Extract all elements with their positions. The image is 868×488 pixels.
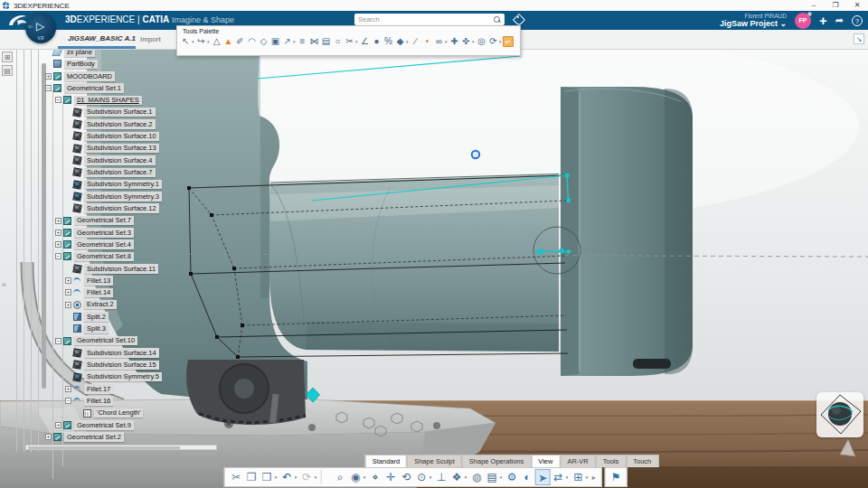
star-modify-icon[interactable]: ✚ xyxy=(448,35,460,48)
tree-item-label[interactable]: Fillet.16 xyxy=(84,396,113,406)
section-box-icon[interactable]: ▤ xyxy=(485,469,500,485)
tree-item-label[interactable]: Subdivision Symmetry.5 xyxy=(84,372,162,382)
tools-palette-title[interactable]: Tools Palette xyxy=(177,26,520,35)
line-icon[interactable]: ∕ xyxy=(410,35,421,48)
tree-item-label[interactable]: Subdivision Surface.1 xyxy=(84,108,156,117)
tree-expander[interactable]: − xyxy=(55,97,61,103)
folder-icon[interactable]: ▤ xyxy=(2,65,13,76)
pan-icon[interactable]: ✛ xyxy=(383,469,399,485)
normal-view-icon[interactable]: ⊥ xyxy=(434,469,449,485)
action-tab-tools[interactable]: Tools xyxy=(596,455,627,467)
dropdown-arrow-icon[interactable]: ▾ xyxy=(315,474,319,480)
restore-viewport-icon[interactable]: ↘ xyxy=(854,33,864,44)
tree-item[interactable]: −Geometrical Set.10 xyxy=(0,335,222,347)
action-tab-ar-vr[interactable]: AR-VR xyxy=(560,455,595,467)
translate-icon[interactable]: ✜ xyxy=(460,35,472,48)
tree-expander[interactable]: + xyxy=(55,422,61,428)
cut-mesh-icon[interactable]: ✂ xyxy=(344,35,355,48)
annotation-flag-icon[interactable]: ⚑ xyxy=(609,469,624,485)
tree-item[interactable]: Subdivision Surface.10 xyxy=(0,130,222,142)
swap-space-icon[interactable]: ⇄ xyxy=(551,469,566,485)
tree-expander[interactable]: − xyxy=(55,338,61,344)
tree-item-label[interactable]: 01_MAINS SHAPES xyxy=(74,96,142,106)
action-tab-touch[interactable]: Touch xyxy=(626,455,658,467)
tree-item-label[interactable]: Subdivision Symmetry.1 xyxy=(84,180,162,190)
tree-item[interactable]: Subdivision Symmetry.5 xyxy=(0,371,222,382)
minimize-button[interactable]: – xyxy=(803,0,825,11)
tree-item-label[interactable]: Fillet.13 xyxy=(84,276,113,286)
paste-icon[interactable]: ❒ xyxy=(259,469,275,485)
tree-item[interactable]: +Geometrical Set.2 xyxy=(0,431,222,443)
navigation-cube[interactable] xyxy=(816,392,863,437)
action-tab-standard[interactable]: Standard xyxy=(365,455,407,467)
tree-item[interactable]: +Geometrical Set.9 xyxy=(0,419,222,431)
select-mode-icon[interactable]: ➤ xyxy=(535,469,551,485)
tree-collapse-chevron[interactable]: « xyxy=(2,280,6,289)
undo-icon[interactable]: ↶ xyxy=(279,469,295,485)
display-settings-icon[interactable]: ⚙ xyxy=(505,469,520,485)
angle-icon[interactable]: ∠ xyxy=(359,35,371,48)
tree-expander[interactable]: + xyxy=(45,434,52,440)
tree-item[interactable]: +Geometrical Set.3 xyxy=(0,227,222,239)
select-arrow-icon[interactable]: ↖ xyxy=(180,35,192,48)
tree-item-label[interactable]: Subdivision Surface.12 xyxy=(84,203,159,213)
tree-item[interactable]: Subdivision Surface.7 xyxy=(0,166,222,178)
tree-item-label[interactable]: Subdivision Surface.15 xyxy=(84,361,159,371)
copy-icon[interactable]: ❐ xyxy=(244,469,259,485)
tree-item[interactable]: +Geometrical Set.7 xyxy=(0,214,222,226)
zoom-area-icon[interactable]: ⌕ xyxy=(333,469,348,485)
point-marker[interactable] xyxy=(472,151,479,158)
tree-expander[interactable]: + xyxy=(65,289,71,296)
tree-item[interactable]: Subdivision Surface.14 xyxy=(0,347,222,359)
face-modify-icon[interactable]: ▲ xyxy=(222,35,234,48)
tree-expander[interactable]: + xyxy=(65,386,71,392)
tree-expander[interactable]: − xyxy=(55,253,61,259)
fit-all-icon[interactable]: ⌖ xyxy=(368,469,383,485)
close-button[interactable]: ✕ xyxy=(846,0,868,11)
tree-item-label[interactable]: Geometrical Set.7 xyxy=(74,216,134,226)
tree-expander[interactable]: + xyxy=(55,218,61,224)
hide-show-icon[interactable]: ◐ xyxy=(520,469,535,485)
multi-view-icon[interactable]: ⊞ xyxy=(571,469,586,485)
tree-item[interactable]: +MOODBOARD xyxy=(0,70,222,82)
user-project-menu[interactable]: Florent PIRAUD JigSaw Project ⌄ xyxy=(720,13,787,29)
tree-item-label[interactable]: Geometrical Set.4 xyxy=(74,239,134,249)
play-icon[interactable]: ▷ xyxy=(36,20,44,33)
share-icon[interactable]: ➦ xyxy=(835,14,844,26)
refresh-icon[interactable]: ⟳ xyxy=(487,35,499,48)
tree-item[interactable]: +Fillet.17 xyxy=(0,383,222,395)
tree-item-label[interactable]: Subdivision Surface.2 xyxy=(84,119,156,129)
tree-item[interactable]: Subdivision Surface.13 xyxy=(0,143,222,155)
tree-item-label[interactable]: Subdivision Surface.10 xyxy=(84,132,159,142)
tree-item-label[interactable]: Geometrical Set.10 xyxy=(74,336,137,346)
tree-expander[interactable]: + xyxy=(65,302,71,308)
tree-structure-icon[interactable]: ⊞ xyxy=(2,52,13,62)
tree-item[interactable]: Subdivision Symmetry.3 xyxy=(0,191,222,202)
box-faces-icon[interactable]: ▣ xyxy=(269,35,281,48)
mesh-mode-icon[interactable]: △ xyxy=(211,35,222,48)
point-weight-icon[interactable]: • xyxy=(421,35,433,48)
tree-item[interactable]: Split.2 xyxy=(0,311,222,323)
link-icon[interactable]: ∞ xyxy=(433,35,445,48)
cut-icon[interactable]: ✂ xyxy=(229,469,244,485)
exit-palette-icon[interactable]: ↵ xyxy=(503,36,514,47)
tree-item-label[interactable]: Geometrical Set.9 xyxy=(74,420,134,430)
iso-view-icon[interactable]: ❖ xyxy=(449,469,465,485)
render-style-icon[interactable]: ◍ xyxy=(469,469,485,485)
diamond-topology-icon[interactable]: ◆ xyxy=(394,35,406,48)
scrollbar-thumb[interactable] xyxy=(28,446,180,449)
tree-item[interactable]: PartBody xyxy=(0,58,222,70)
edge-loop-icon[interactable]: ◠ xyxy=(246,35,258,48)
rotate-target-icon[interactable]: ◎ xyxy=(476,35,487,48)
face-loop-icon[interactable]: ◇ xyxy=(258,35,269,48)
add-content-button[interactable]: + xyxy=(819,13,827,28)
weight-percent-icon[interactable]: % xyxy=(382,35,394,48)
tree-item[interactable]: Subdivision Surface.4 xyxy=(0,155,222,166)
tree-item-label[interactable]: Subdivision Surface.7 xyxy=(84,168,156,178)
tree-item[interactable]: +Extract.2 xyxy=(0,299,222,311)
tree-expander[interactable]: − xyxy=(65,398,71,404)
tree-item-label[interactable]: Extract.2 xyxy=(84,300,117,310)
tree-item[interactable]: +Geometrical Set.4 xyxy=(0,239,222,250)
tree-item[interactable]: Subdivision Surface.1 xyxy=(0,107,222,118)
search-icon[interactable] xyxy=(494,16,501,23)
